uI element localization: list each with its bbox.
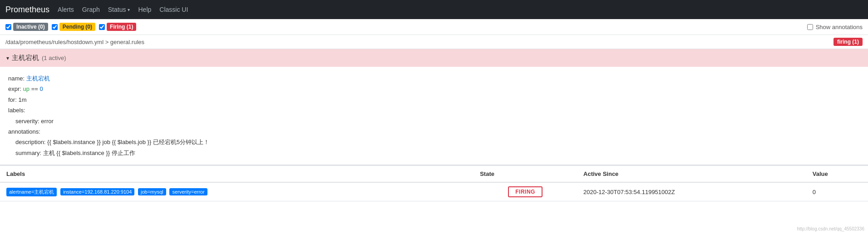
desc-label: description: [15,139,45,145]
inactive-checkbox[interactable] [5,24,11,30]
rule-file-bar: /data/prometheus/rules/hostdown.yml > ge… [0,35,868,49]
inactive-filter[interactable]: Inactive (0) [5,23,48,31]
severity-value: error [41,118,53,125]
state-cell: FIRING [473,182,577,201]
rule-file-path: /data/prometheus/rules/hostdown.yml > ge… [5,39,144,45]
severity-label: serverity: [15,118,39,125]
desc-value: {{ $labels.instance }} job {{ $labels.jo… [47,139,209,145]
label-serverity: serverity=error [169,188,207,195]
chevron-icon: ▾ [6,55,9,61]
nav-status-dropdown[interactable]: Status ▾ [108,6,130,13]
expr-value-zero: 0 [39,85,43,92]
rule-detail: name: 主机宕机 expr: up == 0 for: 1m labels:… [0,67,868,165]
filters-bar: Inactive (0) Pending (0) Firing (1) Show… [0,19,868,35]
alert-table: Labels State Active Since Value alertnam… [0,165,868,201]
alert-group-title: 主机宕机 [12,54,39,62]
active-since-cell: 2020-12-30T07:53:54.119951002Z [577,182,806,201]
nav-classic-ui[interactable]: Classic UI [159,6,188,13]
expr-label: expr: [8,85,21,92]
col-active-since: Active Since [577,165,806,182]
navbar: Prometheus Alerts Graph Status ▾ Help Cl… [0,0,868,19]
summary-value: 主机 {{ $labels.instance }} 停止工作 [43,150,135,156]
rule-file-badge: firing (1) [833,38,863,46]
nav-alerts[interactable]: Alerts [58,6,74,13]
pending-checkbox[interactable] [52,24,58,30]
label-instance: instance=192.168.81.220:9104 [60,188,134,195]
table-row: alertname=主机宕机 instance=192.168.81.220:9… [0,182,868,201]
expr-value-up: up [23,85,30,92]
col-labels: Labels [0,165,473,182]
filter-badges: Inactive (0) Pending (0) Firing (1) [5,23,136,31]
firing-filter[interactable]: Firing (1) [99,23,136,31]
chevron-down-icon: ▾ [128,7,130,12]
alert-group: ▾ 主机宕机 (1 active) name: 主机宕机 expr: up ==… [0,49,868,201]
col-value: Value [806,165,868,182]
inactive-badge: Inactive (0) [13,23,48,31]
show-annotations-checkbox[interactable] [807,24,813,30]
name-value: 主机宕机 [26,75,50,82]
show-annotations-label[interactable]: Show annotations [807,24,863,30]
alert-group-subtitle: (1 active) [42,55,66,61]
annotations-label: annotations: [8,128,40,135]
firing-state-badge: FIRING [508,186,542,197]
col-state: State [473,165,577,182]
pending-filter[interactable]: Pending (0) [52,23,95,31]
nav-help[interactable]: Help [138,6,151,13]
alert-group-header[interactable]: ▾ 主机宕机 (1 active) [0,49,868,67]
labels-label: labels: [8,107,25,114]
for-label: for: [8,96,17,103]
name-label: name: [8,75,25,82]
for-value: 1m [18,96,26,103]
value-cell: 0 [806,182,868,201]
nav-graph[interactable]: Graph [82,6,100,13]
summary-label: summary: [15,150,41,156]
firing-badge: Firing (1) [107,23,136,31]
labels-cell: alertname=主机宕机 instance=192.168.81.220:9… [0,182,473,201]
label-job: job=mysql [138,188,166,195]
brand-logo[interactable]: Prometheus [5,5,49,15]
label-alertname: alertname=主机宕机 [6,188,57,196]
pending-badge: Pending (0) [59,23,95,31]
firing-checkbox[interactable] [99,24,105,30]
